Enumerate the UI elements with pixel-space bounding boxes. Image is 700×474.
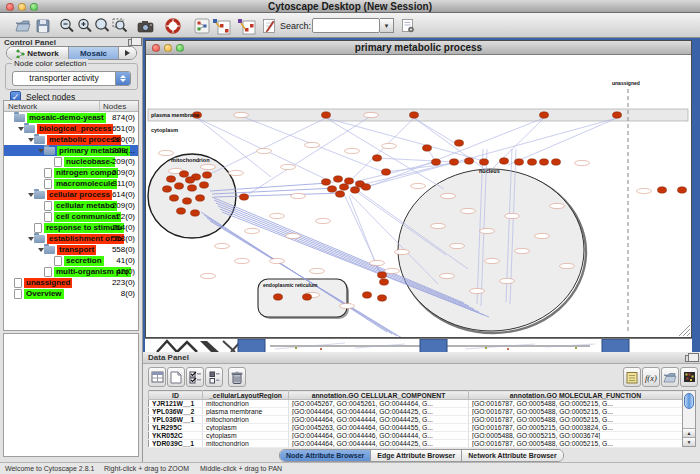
tab-network-attribute-browser[interactable]: Network Attribute Browser — [462, 450, 562, 461]
annotation-button[interactable] — [259, 16, 278, 35]
tree-row[interactable]: secretion41(0) — [4, 255, 138, 266]
close-button[interactable] — [6, 3, 14, 11]
background-windows-strip[interactable] — [145, 338, 692, 352]
table-cell[interactable]: cytoplasm — [203, 424, 289, 432]
col-region[interactable]: _cellularLayoutRegion — [203, 391, 289, 400]
tree-row[interactable]: macromolecule311(0) — [4, 178, 138, 189]
function-builder-button[interactable]: f(x) — [642, 367, 660, 387]
table-cell[interactable]: [GO:0045263, GO:0044464, GO:0044455, G..… — [289, 424, 469, 432]
table-cell[interactable]: cytoplasm — [203, 432, 289, 440]
tree-column-nodes[interactable]: Nodes — [103, 102, 126, 111]
col-cellular-component[interactable]: annotation.GO CELLULAR_COMPONENT — [289, 391, 469, 400]
tree-row[interactable]: nitrogen compo209(0) — [4, 167, 138, 178]
import-attributes-button[interactable] — [661, 367, 679, 387]
tree-row[interactable]: cellular process614(0) — [4, 189, 138, 200]
tree-row[interactable]: transport558(0) — [4, 244, 138, 255]
table-row[interactable]: YDR039C__1mitochondrion[GO:0044464, GO:0… — [149, 440, 683, 448]
zoom-selected-button[interactable] — [110, 16, 129, 35]
table-cell[interactable]: [GO:0016787, GO:0005488, GO:0005215, G..… — [469, 408, 683, 416]
expander-icon[interactable] — [27, 136, 34, 143]
tree-column-network[interactable]: Network — [8, 102, 37, 111]
color-attribute-dropdown[interactable]: transporter activity — [12, 71, 131, 86]
table-cell[interactable]: [GO:0016787, GO:0005488, GO:0005215, G..… — [469, 440, 683, 448]
table-cell[interactable]: mitochondrion — [203, 440, 289, 448]
expander-icon[interactable] — [17, 125, 24, 132]
search-options-button[interactable] — [398, 16, 417, 35]
tree-row[interactable]: primary metabolic209(... — [4, 145, 138, 156]
birds-eye-view[interactable] — [3, 333, 139, 457]
tree-row[interactable]: mosaic-demo-yeast874(0) — [4, 112, 138, 123]
tree-header[interactable]: Network Nodes — [4, 101, 138, 112]
table-cell[interactable]: [GO:0005488, GO:0005215, GO:0003674] — [469, 432, 683, 440]
network-view-window[interactable]: primary metabolic process — [145, 40, 692, 338]
unselect-attributes-button[interactable] — [205, 367, 223, 387]
network-window-titlebar[interactable]: primary metabolic process — [146, 41, 691, 55]
attribute-table-header[interactable]: ID _cellularLayoutRegion annotation.GO C… — [149, 391, 683, 400]
table-cell[interactable]: [GO:0016787, GO:0005215, GO:0003824, G..… — [469, 424, 683, 432]
table-cell[interactable]: [GO:0044464, GO:0044444, GO:0044425, G..… — [289, 440, 469, 448]
attribute-batch-editor-button[interactable] — [623, 367, 641, 387]
network-minimize-button[interactable] — [164, 44, 172, 52]
table-cell[interactable]: YPL036W__2 — [149, 408, 203, 416]
table-cell[interactable]: mitochondrion — [203, 416, 289, 424]
tree-row[interactable]: nucleobase-209(0) — [4, 156, 138, 167]
layout-align-button[interactable] — [210, 16, 232, 35]
tab-node-attribute-browser[interactable]: Node Attribute Browser — [280, 450, 371, 461]
tree-row[interactable]: cell communicat22(0) — [4, 211, 138, 222]
new-attribute-button[interactable] — [167, 367, 185, 387]
tree-row[interactable]: biological_process651(0) — [4, 123, 138, 134]
tree-row[interactable]: cellular metabo209(0) — [4, 200, 138, 211]
open-session-button[interactable] — [13, 16, 32, 35]
table-scrollbar[interactable]: ▲ ▼ — [682, 390, 696, 447]
scroll-up-button[interactable]: ▲ — [683, 428, 695, 437]
table-row[interactable]: YLR295Ccytoplasm[GO:0045263, GO:0044464,… — [149, 424, 683, 432]
table-cell[interactable]: YKR052C — [149, 432, 203, 440]
tree-row[interactable]: response to stimulu264(0) — [4, 222, 138, 233]
network-close-button[interactable] — [152, 44, 160, 52]
tree-row[interactable]: establishment of lo558(0) — [4, 233, 138, 244]
table-cell[interactable]: plasma membrane — [203, 408, 289, 416]
scrollbar-thumb[interactable] — [684, 393, 694, 409]
tab-edge-attribute-browser[interactable]: Edge Attribute Browser — [371, 450, 462, 461]
tab-scroll-right-button[interactable] — [119, 47, 136, 59]
search-dropdown-button[interactable]: ▼ — [380, 18, 394, 33]
network-canvas[interactable]: plasma membrane cytoplasm mitochondrion … — [146, 55, 691, 337]
col-id[interactable]: ID — [149, 391, 203, 400]
table-cell[interactable]: mitochondrion — [203, 400, 289, 408]
resize-grip-icon[interactable] — [679, 325, 690, 336]
tab-mosaic[interactable]: Mosaic — [69, 47, 119, 59]
tree-row[interactable]: multi-organism pro42(0) — [4, 266, 138, 277]
table-cell[interactable]: [GO:0016787, GO:0005488, GO:0005215, G..… — [469, 400, 683, 408]
table-cell[interactable]: [GO:0044464, GO:0044446, GO:0044444, G..… — [289, 432, 469, 440]
table-cell[interactable]: YPL036W__1 — [149, 416, 203, 424]
zoom-out-button[interactable] — [57, 16, 76, 35]
table-row[interactable]: YPL036W__1mitochondrion[GO:0044464, GO:0… — [149, 416, 683, 424]
layout-distribute-button[interactable] — [235, 16, 257, 35]
tree-row[interactable]: metabolic process280(0) — [4, 134, 138, 145]
table-cell[interactable]: [GO:0016787, GO:0005488, GO:0005215, G..… — [469, 416, 683, 424]
minimize-button[interactable] — [18, 3, 26, 11]
scroll-down-button[interactable]: ▼ — [683, 437, 695, 446]
table-cell[interactable]: [GO:0044464, GO:0044444, GO:0044425, G..… — [289, 416, 469, 424]
snapshot-button[interactable] — [136, 16, 155, 35]
table-cell[interactable]: YDR039C__1 — [149, 440, 203, 448]
attribute-table-button[interactable] — [148, 367, 166, 387]
table-row[interactable]: YJR121W__1mitochondrion[GO:0045267, GO:0… — [149, 400, 683, 408]
expander-icon[interactable] — [37, 147, 44, 154]
table-cell[interactable]: [GO:0044464, GO:0044444, GO:0044425, G..… — [289, 408, 469, 416]
float-panel-icon[interactable] — [128, 39, 137, 46]
help-button[interactable] — [163, 16, 182, 35]
table-row[interactable]: YKR052Ccytoplasm[GO:0044464, GO:0044446,… — [149, 432, 683, 440]
search-input[interactable] — [312, 18, 380, 33]
data-panel-float-icon[interactable] — [685, 355, 694, 362]
save-session-button[interactable] — [33, 16, 52, 35]
tree-row[interactable]: Overview8(0) — [4, 288, 138, 299]
select-attributes-button[interactable] — [186, 367, 204, 387]
zoom-window-button[interactable] — [30, 3, 38, 11]
matrix-view-button[interactable] — [680, 367, 698, 387]
cytopanel-toggle-button[interactable] — [192, 16, 211, 35]
expander-icon[interactable] — [27, 235, 34, 242]
expander-icon[interactable] — [37, 246, 44, 253]
delete-attribute-button[interactable] — [228, 367, 246, 387]
table-cell[interactable]: [GO:0045267, GO:0045261, GO:0044464, G..… — [289, 400, 469, 408]
